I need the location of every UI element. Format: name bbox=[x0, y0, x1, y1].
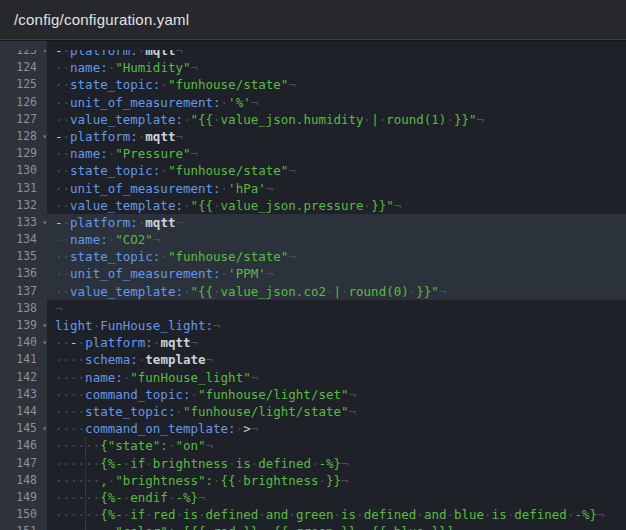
code-token: schema: bbox=[85, 352, 138, 367]
code-token: · bbox=[334, 507, 342, 522]
code-line[interactable]: 145▾····command_on_template:·>¬ bbox=[0, 420, 626, 437]
code-line-content[interactable]: ··-·platform:·mqtt¬ bbox=[47, 334, 626, 351]
code-line[interactable]: 135··state_topic:·"funhouse/state"¬ bbox=[0, 248, 626, 265]
code-token: "{{ bbox=[190, 198, 213, 213]
code-line-content[interactable]: ····schema:·template¬ bbox=[47, 351, 626, 368]
code-token: - bbox=[70, 335, 78, 350]
code-line-content[interactable]: ··state_topic:·"funhouse/state"¬ bbox=[47, 162, 626, 179]
code-line[interactable]: 144····state_topic:·"funhouse/light/stat… bbox=[0, 403, 626, 420]
code-token: name: bbox=[70, 146, 108, 161]
code-line[interactable]: 149······{%-·endif·-%}¬ bbox=[0, 489, 626, 506]
code-token: ¬ bbox=[198, 490, 206, 505]
code-line[interactable]: 124··name:·"Humidity"¬ bbox=[0, 59, 626, 76]
code-token: defined bbox=[364, 507, 417, 522]
code-token: ······ bbox=[55, 473, 100, 488]
code-token: "funhouse/state" bbox=[168, 249, 288, 264]
code-line[interactable]: 140▾··-·platform:·mqtt¬ bbox=[0, 334, 626, 351]
code-token: · bbox=[160, 77, 168, 92]
code-line-content[interactable]: ··value_template:·"{{·value_json.co2·|·r… bbox=[47, 283, 626, 300]
code-token: - bbox=[55, 129, 63, 144]
code-token: if bbox=[130, 507, 145, 522]
line-number: 129 bbox=[0, 145, 47, 162]
code-line[interactable]: 139▾light·FunHouse_light:¬ bbox=[0, 317, 626, 334]
code-line-content[interactable]: ······{%-·if·brightness·is·defined·-%}¬ bbox=[47, 455, 626, 472]
code-line[interactable]: 151······,·"color":·[{{·red·}},·{{·green… bbox=[0, 523, 626, 530]
code-token: defined bbox=[258, 456, 311, 471]
code-line-content[interactable]: ······{%-·endif·-%}¬ bbox=[47, 489, 626, 506]
code-line[interactable]: 130··state_topic:·"funhouse/state"¬ bbox=[0, 162, 626, 179]
code-token: platform: bbox=[70, 129, 138, 144]
code-token: red bbox=[153, 507, 176, 522]
code-line[interactable]: 126··unit_of_measurement:·'%'¬ bbox=[0, 94, 626, 111]
code-token: ·· bbox=[55, 181, 70, 196]
code-line[interactable]: 136··unit_of_measurement:·'PPM'¬ bbox=[0, 265, 626, 282]
code-token: mqtt bbox=[145, 50, 175, 58]
code-line-content[interactable]: ······{"state":·"on"¬ bbox=[47, 437, 626, 454]
code-line-content[interactable]: ¬ bbox=[47, 300, 626, 317]
code-line-content[interactable]: ··name:·"Pressure"¬ bbox=[47, 145, 626, 162]
code-line-content[interactable]: -·platform:·mqtt¬ bbox=[47, 128, 626, 145]
code-token: {%- bbox=[100, 507, 123, 522]
code-token: · bbox=[221, 95, 229, 110]
code-token: {{ bbox=[273, 524, 288, 530]
code-token: · bbox=[318, 473, 326, 488]
code-token: ¬ bbox=[251, 95, 259, 110]
code-line-content[interactable]: ····command_topic:·"funhouse/light/set"¬ bbox=[47, 386, 626, 403]
line-number: 135 bbox=[0, 248, 47, 265]
code-token: light bbox=[55, 318, 93, 333]
code-line-content[interactable]: ··unit_of_measurement:·'%'¬ bbox=[47, 94, 626, 111]
code-line-content[interactable]: ····state_topic:·"funhouse/light/state"¬ bbox=[47, 403, 626, 420]
code-line-content[interactable]: ··state_topic:·"funhouse/state"¬ bbox=[47, 76, 626, 93]
code-line[interactable]: 123▾-·platform:·mqtt¬ bbox=[0, 50, 626, 59]
code-line-content[interactable]: -·platform:·mqtt¬ bbox=[47, 214, 626, 231]
code-line[interactable]: 134··name:·"CO2"¬ bbox=[0, 231, 626, 248]
line-number: 130 bbox=[0, 162, 47, 179]
code-token: ·· bbox=[55, 146, 70, 161]
code-line[interactable]: 132··value_template:·"{{·value_json.pres… bbox=[0, 197, 626, 214]
code-line-content[interactable]: ··name:·"CO2"¬ bbox=[47, 231, 626, 248]
code-line-content[interactable]: ······,·"brightness":·{{·brightness·}}¬ bbox=[47, 472, 626, 489]
code-line-content[interactable]: -·platform:·mqtt¬ bbox=[47, 50, 626, 59]
code-token: ¬ bbox=[191, 60, 199, 75]
line-number: 123▾ bbox=[0, 50, 47, 59]
code-line[interactable]: 142····name:·"funHouse_light"¬ bbox=[0, 369, 626, 386]
code-token: round(0) bbox=[349, 284, 409, 299]
code-line[interactable]: 129··name:·"Pressure"¬ bbox=[0, 145, 626, 162]
code-line[interactable]: 131··unit_of_measurement:·'hPa'¬ bbox=[0, 180, 626, 197]
code-line[interactable]: 128▾-·platform:·mqtt¬ bbox=[0, 128, 626, 145]
code-line-content[interactable]: ······{%-·if·red·is·defined·and·green·is… bbox=[47, 506, 626, 523]
code-line[interactable]: 147······{%-·if·brightness·is·defined·-%… bbox=[0, 455, 626, 472]
code-line[interactable]: 150······{%-·if·red·is·defined·and·green… bbox=[0, 506, 626, 523]
code-token: if bbox=[130, 456, 145, 471]
code-line[interactable]: 141····schema:·template¬ bbox=[0, 351, 626, 368]
line-number: 151 bbox=[0, 523, 47, 530]
code-line-content[interactable]: ··state_topic:·"funhouse/state"¬ bbox=[47, 248, 626, 265]
code-line[interactable]: 137··value_template:·"{{·value_json.co2·… bbox=[0, 283, 626, 300]
code-token: · bbox=[446, 112, 454, 127]
line-number: 126 bbox=[0, 94, 47, 111]
code-token: ¬ bbox=[175, 50, 183, 58]
code-line[interactable]: 127··value_template:·"{{·value_json.humi… bbox=[0, 111, 626, 128]
code-line-content[interactable]: light·FunHouse_light:¬ bbox=[47, 317, 626, 334]
code-editor[interactable]: 123▾-·platform:·mqtt¬124··name:·"Humidit… bbox=[0, 41, 626, 530]
code-line-content[interactable]: ··unit_of_measurement:·'hPa'¬ bbox=[47, 180, 626, 197]
code-line[interactable]: 125··state_topic:·"funhouse/state"¬ bbox=[0, 76, 626, 93]
code-token: [{{ bbox=[183, 524, 206, 530]
code-token: -%} bbox=[175, 490, 198, 505]
code-line-content[interactable]: ····command_on_template:·>¬ bbox=[47, 420, 626, 437]
code-token: ¬ bbox=[266, 181, 274, 196]
line-number: 125 bbox=[0, 76, 47, 93]
code-line[interactable]: 148······,·"brightness":·{{·brightness·}… bbox=[0, 472, 626, 489]
code-line[interactable]: 143····command_topic:·"funhouse/light/se… bbox=[0, 386, 626, 403]
code-line[interactable]: 133▾-·platform:·mqtt¬ bbox=[0, 214, 626, 231]
code-line-content[interactable]: ··name:·"Humidity"¬ bbox=[47, 59, 626, 76]
code-line-content[interactable]: ··unit_of_measurement:·'PPM'¬ bbox=[47, 265, 626, 282]
code-token: ···· bbox=[55, 421, 85, 436]
code-line-content[interactable]: ··value_template:·"{{·value_json.pressur… bbox=[47, 197, 626, 214]
code-line-content[interactable]: ··value_template:·"{{·value_json.humidit… bbox=[47, 111, 626, 128]
code-token: "{{ bbox=[190, 112, 213, 127]
code-line[interactable]: 146······{"state":·"on"¬ bbox=[0, 437, 626, 454]
code-line[interactable]: 138¬ bbox=[0, 300, 626, 317]
code-line-content[interactable]: ····name:·"funHouse_light"¬ bbox=[47, 369, 626, 386]
code-line-content[interactable]: ······,·"color":·[{{·red·}},·{{·green·}}… bbox=[47, 523, 626, 530]
